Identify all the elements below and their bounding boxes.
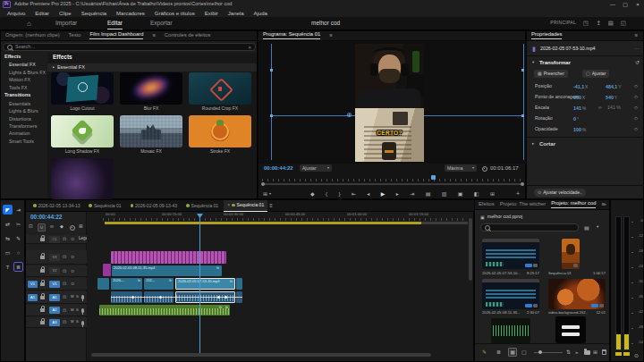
toggle-output-icon[interactable]: ⊙: [71, 255, 74, 259]
menu-exibir[interactable]: Exibir: [205, 11, 218, 16]
category-smart-tools[interactable]: Smart Tools: [1, 138, 47, 145]
work-area-bar[interactable]: [105, 222, 421, 224]
effect-thumb-stroke-fx[interactable]: [189, 115, 251, 147]
tab-importar[interactable]: Importar: [55, 21, 77, 27]
tab-efeitos[interactable]: Efeitos: [479, 202, 495, 207]
selection-tool[interactable]: ◤: [3, 205, 13, 215]
channel-indicator[interactable]: [615, 352, 622, 356]
mark-out-icon[interactable]: }: [338, 191, 340, 197]
category-distortions[interactable]: Distortions: [1, 115, 47, 122]
timeline-timecode[interactable]: 00:00:44:22: [30, 215, 62, 221]
opacity-value[interactable]: 100%: [573, 127, 586, 132]
transform-handle[interactable]: [521, 114, 524, 117]
keyframe-toggle-icon[interactable]: ◇: [634, 84, 638, 88]
keyframe-dot[interactable]: [217, 296, 220, 299]
tab-origem[interactable]: Origem: (nenhum clipe): [5, 33, 60, 38]
sync-lock-icon[interactable]: ⊡: [63, 320, 66, 324]
quick-export-icon[interactable]: ↥: [597, 21, 601, 27]
sequence-tab[interactable]: 2026-02-05 09-13-43: [127, 200, 181, 212]
menu-editar[interactable]: Editar: [35, 11, 49, 16]
timeline-track-area[interactable]: 00:00 00:00:15:00 00:00:30:00 00:00:45:0…: [87, 212, 468, 361]
filter-chevron-icon[interactable]: ▾: [597, 225, 598, 230]
slip-tool[interactable]: ⇆: [3, 233, 13, 243]
step-forward-icon[interactable]: ▸: [396, 191, 399, 197]
home-icon[interactable]: ⌂: [27, 21, 31, 28]
menu-graficos[interactable]: Gráficos e títulos: [155, 11, 195, 16]
v2-clip[interactable]: 2026-02-05 08-11-35.mp4 fx: [112, 265, 222, 276]
transform-handle[interactable]: [521, 69, 524, 72]
comparison-view-icon[interactable]: ◧: [474, 191, 479, 197]
effect-thumb-rounded-crop-fx[interactable]: [189, 72, 251, 105]
ruler-ticks[interactable]: [103, 218, 468, 221]
sync-lock-icon[interactable]: ⊡: [63, 237, 66, 241]
tab-projeto-witcher[interactable]: Projeto: The witcher: [500, 202, 546, 207]
transform-edge-right[interactable]: [523, 44, 524, 160]
effects-search-input[interactable]: Search... ×: [3, 43, 256, 51]
razor-tool[interactable]: ✂: [13, 219, 23, 229]
category-lights-blurs[interactable]: Lights & Blurs: [1, 107, 47, 114]
caption-options-icon[interactable]: ⊞: [79, 224, 83, 230]
toggle-output-icon[interactable]: ⊙: [71, 282, 74, 286]
add-marker-icon[interactable]: ◆: [60, 224, 64, 229]
media-name[interactable]: video-background-152...: [548, 311, 588, 315]
effects-group-row[interactable]: ▪ Essential FX: [47, 63, 257, 72]
transform-edge-top[interactable]: [424, 115, 523, 116]
trash-icon[interactable]: [602, 349, 606, 355]
type-tool[interactable]: T: [3, 262, 13, 272]
step-back-icon[interactable]: ◂: [367, 191, 369, 197]
extract-icon[interactable]: ▥: [442, 191, 447, 197]
sync-lock-icon[interactable]: ⊡: [63, 282, 66, 286]
lift-icon[interactable]: ▤: [426, 191, 431, 197]
caption-track-badge[interactable]: C1: [49, 236, 60, 243]
source-patch-a1[interactable]: A1: [28, 294, 38, 301]
linked-selection-icon[interactable]: ∞: [50, 224, 54, 230]
keyframe-dot[interactable]: [131, 296, 134, 299]
solo-button[interactable]: S: [76, 320, 79, 324]
multicam-icon[interactable]: ⊞: [490, 191, 495, 197]
track-target-a2[interactable]: A2: [49, 307, 60, 314]
ripple-edit-tool[interactable]: ⇄: [3, 219, 13, 229]
media-thumb-video2[interactable]: [482, 279, 539, 309]
menu-marcadores[interactable]: Marcadores: [116, 11, 145, 16]
position-y-value[interactable]: 484,1Y: [606, 84, 622, 89]
go-to-in-icon[interactable]: ⇤: [352, 191, 356, 197]
lock-icon[interactable]: [40, 321, 45, 324]
tab-controles-efeitos[interactable]: Controles de efeitos: [165, 33, 211, 38]
category-tools-fx[interactable]: Tools FX: [1, 84, 47, 91]
toggle-output-icon[interactable]: ⊙: [71, 269, 74, 274]
fill-button[interactable]: ▦ Preencher: [534, 70, 568, 78]
close-tab-icon[interactable]: ×: [227, 203, 230, 207]
keyframe-dot[interactable]: [159, 296, 162, 299]
v1-clip[interactable]: 2026-... fx: [111, 278, 142, 290]
effect-thumb-blur-fx[interactable]: [120, 72, 182, 105]
export-frame-icon[interactable]: ▣: [458, 191, 463, 197]
meter-settings-icon[interactable]: ⊙: [634, 353, 639, 358]
track-target-a1[interactable]: A1: [49, 294, 60, 301]
v1-clip-selected[interactable]: 2026-02-05 07-53-10.mp4 fx: [175, 278, 235, 290]
media-thumb-sequence[interactable]: [562, 239, 580, 269]
menu-clipe[interactable]: Clipe: [59, 11, 72, 16]
solo-button[interactable]: S: [76, 308, 79, 312]
sync-lock-icon[interactable]: ⊡: [63, 295, 66, 299]
panel-menu-icon[interactable]: ≡: [152, 33, 155, 38]
transform-edge-top[interactable]: [271, 115, 355, 116]
project-breadcrumb[interactable]: ▣ melhor cod.pproj: [480, 214, 522, 221]
panels-icon[interactable]: ▤: [608, 21, 614, 27]
playhead-timecode[interactable]: 00:00:44:22: [264, 165, 293, 171]
adjust-speed-button[interactable]: ⊙ Ajustar velocidade..: [534, 189, 586, 197]
category-animation[interactable]: Animation: [1, 130, 47, 138]
lock-icon[interactable]: [40, 308, 45, 312]
menu-janela[interactable]: Janela: [228, 11, 244, 16]
play-icon[interactable]: ▶: [381, 191, 386, 197]
scrollbar-handle[interactable]: [521, 182, 524, 186]
media-thumb-captions[interactable]: [555, 316, 586, 343]
workspace-switcher-icon[interactable]: ◳: [583, 21, 589, 27]
program-scrollbar[interactable]: [262, 183, 523, 185]
anchor-x-value[interactable]: 960X: [573, 95, 585, 100]
tab-exportar[interactable]: Exportar: [150, 21, 173, 27]
sync-lock-icon[interactable]: ⊡: [63, 255, 66, 259]
category-essentials[interactable]: Essentials: [1, 100, 47, 107]
track-target-v2[interactable]: V2: [49, 267, 60, 274]
toggle-output-icon[interactable]: ⊙: [71, 237, 74, 241]
sequence-tab[interactable]: Sequência 01: [85, 200, 124, 212]
